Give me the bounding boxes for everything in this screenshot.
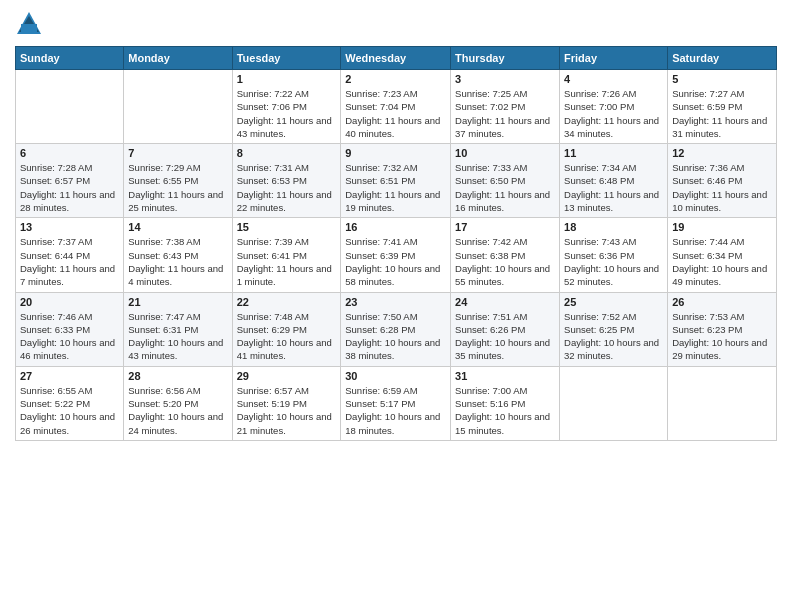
day-info: Sunrise: 7:28 AM Sunset: 6:57 PM Dayligh… (20, 161, 119, 214)
col-header-monday: Monday (124, 47, 232, 70)
day-number: 2 (345, 73, 446, 85)
calendar-cell: 29Sunrise: 6:57 AM Sunset: 5:19 PM Dayli… (232, 366, 341, 440)
col-header-tuesday: Tuesday (232, 47, 341, 70)
page: SundayMondayTuesdayWednesdayThursdayFrid… (0, 0, 792, 612)
calendar-cell: 13Sunrise: 7:37 AM Sunset: 6:44 PM Dayli… (16, 218, 124, 292)
day-info: Sunrise: 6:55 AM Sunset: 5:22 PM Dayligh… (20, 384, 119, 437)
day-info: Sunrise: 7:27 AM Sunset: 6:59 PM Dayligh… (672, 87, 772, 140)
day-number: 27 (20, 370, 119, 382)
day-info: Sunrise: 6:56 AM Sunset: 5:20 PM Dayligh… (128, 384, 227, 437)
calendar-cell: 20Sunrise: 7:46 AM Sunset: 6:33 PM Dayli… (16, 292, 124, 366)
day-number: 29 (237, 370, 337, 382)
day-info: Sunrise: 7:32 AM Sunset: 6:51 PM Dayligh… (345, 161, 446, 214)
day-info: Sunrise: 7:46 AM Sunset: 6:33 PM Dayligh… (20, 310, 119, 363)
week-row-3: 13Sunrise: 7:37 AM Sunset: 6:44 PM Dayli… (16, 218, 777, 292)
col-header-sunday: Sunday (16, 47, 124, 70)
header-row: SundayMondayTuesdayWednesdayThursdayFrid… (16, 47, 777, 70)
calendar-cell: 28Sunrise: 6:56 AM Sunset: 5:20 PM Dayli… (124, 366, 232, 440)
day-number: 10 (455, 147, 555, 159)
day-number: 26 (672, 296, 772, 308)
calendar-cell (16, 70, 124, 144)
calendar-cell: 21Sunrise: 7:47 AM Sunset: 6:31 PM Dayli… (124, 292, 232, 366)
calendar-cell: 23Sunrise: 7:50 AM Sunset: 6:28 PM Dayli… (341, 292, 451, 366)
day-number: 23 (345, 296, 446, 308)
day-info: Sunrise: 7:22 AM Sunset: 7:06 PM Dayligh… (237, 87, 337, 140)
day-number: 12 (672, 147, 772, 159)
svg-rect-2 (21, 24, 37, 32)
calendar-cell: 8Sunrise: 7:31 AM Sunset: 6:53 PM Daylig… (232, 144, 341, 218)
logo-icon (15, 10, 43, 38)
calendar-cell: 6Sunrise: 7:28 AM Sunset: 6:57 PM Daylig… (16, 144, 124, 218)
calendar-cell: 2Sunrise: 7:23 AM Sunset: 7:04 PM Daylig… (341, 70, 451, 144)
day-info: Sunrise: 7:29 AM Sunset: 6:55 PM Dayligh… (128, 161, 227, 214)
day-number: 20 (20, 296, 119, 308)
day-info: Sunrise: 7:47 AM Sunset: 6:31 PM Dayligh… (128, 310, 227, 363)
calendar-cell: 17Sunrise: 7:42 AM Sunset: 6:38 PM Dayli… (451, 218, 560, 292)
day-number: 9 (345, 147, 446, 159)
day-number: 14 (128, 221, 227, 233)
col-header-friday: Friday (560, 47, 668, 70)
day-info: Sunrise: 7:37 AM Sunset: 6:44 PM Dayligh… (20, 235, 119, 288)
calendar-cell: 9Sunrise: 7:32 AM Sunset: 6:51 PM Daylig… (341, 144, 451, 218)
week-row-4: 20Sunrise: 7:46 AM Sunset: 6:33 PM Dayli… (16, 292, 777, 366)
day-number: 25 (564, 296, 663, 308)
calendar-cell: 24Sunrise: 7:51 AM Sunset: 6:26 PM Dayli… (451, 292, 560, 366)
header (15, 10, 777, 38)
day-info: Sunrise: 7:42 AM Sunset: 6:38 PM Dayligh… (455, 235, 555, 288)
day-info: Sunrise: 7:53 AM Sunset: 6:23 PM Dayligh… (672, 310, 772, 363)
calendar-cell: 18Sunrise: 7:43 AM Sunset: 6:36 PM Dayli… (560, 218, 668, 292)
day-info: Sunrise: 7:33 AM Sunset: 6:50 PM Dayligh… (455, 161, 555, 214)
col-header-thursday: Thursday (451, 47, 560, 70)
calendar-cell: 31Sunrise: 7:00 AM Sunset: 5:16 PM Dayli… (451, 366, 560, 440)
day-info: Sunrise: 6:59 AM Sunset: 5:17 PM Dayligh… (345, 384, 446, 437)
calendar-cell: 16Sunrise: 7:41 AM Sunset: 6:39 PM Dayli… (341, 218, 451, 292)
col-header-wednesday: Wednesday (341, 47, 451, 70)
day-number: 13 (20, 221, 119, 233)
day-number: 30 (345, 370, 446, 382)
day-info: Sunrise: 7:39 AM Sunset: 6:41 PM Dayligh… (237, 235, 337, 288)
day-number: 19 (672, 221, 772, 233)
calendar-cell: 19Sunrise: 7:44 AM Sunset: 6:34 PM Dayli… (668, 218, 777, 292)
calendar-cell: 22Sunrise: 7:48 AM Sunset: 6:29 PM Dayli… (232, 292, 341, 366)
day-number: 31 (455, 370, 555, 382)
calendar-cell: 11Sunrise: 7:34 AM Sunset: 6:48 PM Dayli… (560, 144, 668, 218)
day-info: Sunrise: 7:52 AM Sunset: 6:25 PM Dayligh… (564, 310, 663, 363)
calendar-cell: 30Sunrise: 6:59 AM Sunset: 5:17 PM Dayli… (341, 366, 451, 440)
week-row-5: 27Sunrise: 6:55 AM Sunset: 5:22 PM Dayli… (16, 366, 777, 440)
day-info: Sunrise: 7:23 AM Sunset: 7:04 PM Dayligh… (345, 87, 446, 140)
day-info: Sunrise: 7:31 AM Sunset: 6:53 PM Dayligh… (237, 161, 337, 214)
day-number: 3 (455, 73, 555, 85)
calendar-cell: 26Sunrise: 7:53 AM Sunset: 6:23 PM Dayli… (668, 292, 777, 366)
day-number: 28 (128, 370, 227, 382)
day-info: Sunrise: 7:25 AM Sunset: 7:02 PM Dayligh… (455, 87, 555, 140)
day-info: Sunrise: 7:43 AM Sunset: 6:36 PM Dayligh… (564, 235, 663, 288)
calendar-cell (124, 70, 232, 144)
col-header-saturday: Saturday (668, 47, 777, 70)
day-info: Sunrise: 7:38 AM Sunset: 6:43 PM Dayligh… (128, 235, 227, 288)
day-info: Sunrise: 7:48 AM Sunset: 6:29 PM Dayligh… (237, 310, 337, 363)
day-number: 7 (128, 147, 227, 159)
calendar-cell: 5Sunrise: 7:27 AM Sunset: 6:59 PM Daylig… (668, 70, 777, 144)
week-row-2: 6Sunrise: 7:28 AM Sunset: 6:57 PM Daylig… (16, 144, 777, 218)
day-info: Sunrise: 7:44 AM Sunset: 6:34 PM Dayligh… (672, 235, 772, 288)
day-number: 1 (237, 73, 337, 85)
day-info: Sunrise: 7:50 AM Sunset: 6:28 PM Dayligh… (345, 310, 446, 363)
calendar-cell: 25Sunrise: 7:52 AM Sunset: 6:25 PM Dayli… (560, 292, 668, 366)
day-number: 4 (564, 73, 663, 85)
calendar-cell: 10Sunrise: 7:33 AM Sunset: 6:50 PM Dayli… (451, 144, 560, 218)
day-info: Sunrise: 7:00 AM Sunset: 5:16 PM Dayligh… (455, 384, 555, 437)
day-number: 17 (455, 221, 555, 233)
day-info: Sunrise: 7:51 AM Sunset: 6:26 PM Dayligh… (455, 310, 555, 363)
calendar-cell: 7Sunrise: 7:29 AM Sunset: 6:55 PM Daylig… (124, 144, 232, 218)
day-number: 21 (128, 296, 227, 308)
day-number: 5 (672, 73, 772, 85)
calendar-cell: 15Sunrise: 7:39 AM Sunset: 6:41 PM Dayli… (232, 218, 341, 292)
calendar-cell: 1Sunrise: 7:22 AM Sunset: 7:06 PM Daylig… (232, 70, 341, 144)
day-number: 24 (455, 296, 555, 308)
day-info: Sunrise: 7:41 AM Sunset: 6:39 PM Dayligh… (345, 235, 446, 288)
calendar-cell: 4Sunrise: 7:26 AM Sunset: 7:00 PM Daylig… (560, 70, 668, 144)
day-number: 15 (237, 221, 337, 233)
day-number: 18 (564, 221, 663, 233)
day-info: Sunrise: 7:36 AM Sunset: 6:46 PM Dayligh… (672, 161, 772, 214)
day-info: Sunrise: 6:57 AM Sunset: 5:19 PM Dayligh… (237, 384, 337, 437)
